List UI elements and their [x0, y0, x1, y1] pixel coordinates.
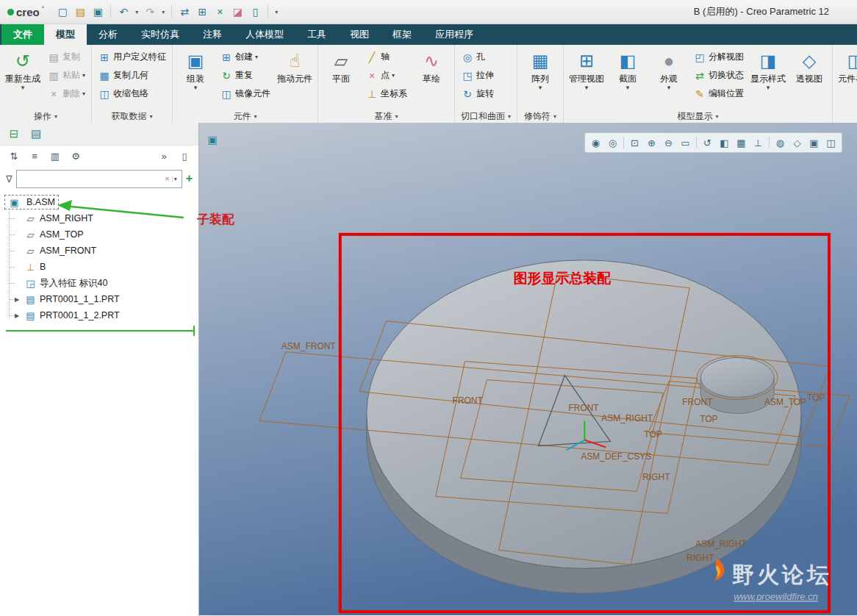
tree-item[interactable]: ◲ 导入特征 标识40 — [0, 275, 198, 291]
zoom-in-button[interactable]: ⊕ — [644, 135, 659, 151]
perspective-toggle-button[interactable]: ◇ — [789, 135, 805, 151]
tab-framework[interactable]: 框架 — [381, 24, 423, 45]
save-button[interactable]: ▣ — [90, 4, 106, 20]
window-button[interactable]: ⊞ — [194, 4, 210, 20]
repeat-button[interactable]: ↻ 重复 — [216, 66, 274, 85]
drag-components-button[interactable]: ☝ 拖动元件 — [274, 46, 315, 109]
repaint-button[interactable]: ↺ — [700, 135, 715, 151]
datum-point-button[interactable]: × 点 ▾ — [362, 66, 411, 85]
sections-button[interactable]: ◧ 截面 ▾ — [607, 46, 648, 109]
operations-group-launcher[interactable]: ▾ — [54, 113, 57, 120]
assemble-dropdown[interactable]: ▾ — [194, 84, 198, 92]
display-style-dropdown[interactable]: ▾ — [767, 84, 770, 92]
exploded-view-button[interactable]: ◰ 分解视图 — [689, 48, 747, 66]
assemble-button[interactable]: ▣ 组装 ▾ — [175, 46, 216, 109]
copy-button[interactable]: ▤ 复制 — [43, 48, 89, 66]
cut-surface-group-launcher[interactable]: ▾ — [508, 113, 511, 120]
tree-list-button[interactable]: ≡ — [26, 148, 43, 164]
filter-funnel-icon[interactable]: ∇ — [6, 173, 12, 185]
tree-item[interactable]: ▱ ASM_TOP — [0, 226, 198, 243]
regenerate-button[interactable]: ↺ 重新生成 ▾ — [2, 46, 43, 109]
search-clear-icon[interactable]: × — [162, 174, 171, 183]
ribbon-group-footer-modifiers[interactable]: 修饰符 ▾ — [517, 110, 563, 123]
display-style-button[interactable]: ◨ 显示样式 ▾ — [747, 46, 789, 109]
tab-tools[interactable]: 工具 — [295, 24, 338, 45]
undo-dropdown[interactable]: ▾ — [133, 9, 140, 15]
model-display-button[interactable]: ▯ — [247, 4, 263, 20]
ribbon-group-footer-operations[interactable]: 操作 ▾ — [0, 110, 91, 123]
tree-item[interactable]: ▱ ASM_RIGHT — [0, 210, 198, 226]
tab-view[interactable]: 视图 — [338, 24, 381, 45]
regenerate-quick-button[interactable]: ⇄ — [176, 4, 193, 20]
tree-item[interactable]: ▶ ▤ PRT0001_1_1.PRT — [0, 291, 198, 307]
tab-analysis[interactable]: 分析 — [87, 24, 129, 45]
get-data-group-launcher[interactable]: ▾ — [150, 113, 153, 120]
tab-manikin[interactable]: 人体模型 — [234, 24, 295, 45]
delete-dropdown[interactable]: ▾ — [82, 90, 85, 97]
ribbon-group-footer-model-intent[interactable]: 模型意图 — [833, 110, 857, 123]
delete-button[interactable]: × 删除 ▾ — [43, 85, 89, 103]
tab-model[interactable]: 模型 — [44, 24, 87, 45]
toggle-status-button[interactable]: ⇄ 切换状态 — [689, 66, 747, 85]
tab-annotate[interactable]: 注释 — [191, 24, 234, 45]
tree-settings-button[interactable]: ⚙ — [68, 148, 84, 164]
datum-display-filters-button[interactable]: ◎ — [605, 135, 620, 151]
extrude-button[interactable]: ◳ 拉伸 — [457, 66, 498, 85]
sections-dropdown[interactable]: ▾ — [626, 84, 630, 92]
saved-orientations-button[interactable]: ▦ — [734, 135, 749, 151]
sketch-button[interactable]: ∿ 草绘 — [411, 46, 452, 109]
datum-csys-button[interactable]: ⊥ 坐标系 — [362, 85, 411, 103]
tab-live-simulation[interactable]: 实时仿真 — [129, 24, 191, 45]
datum-point-dropdown[interactable]: ▾ — [392, 72, 395, 79]
ribbon-group-footer-cut-surface[interactable]: 切口和曲面 ▾ — [455, 110, 517, 123]
pattern-button[interactable]: ▦ 阵列 ▾ — [520, 46, 561, 109]
shrinkwrap-button[interactable]: ◫ 收缩包络 — [94, 85, 170, 103]
open-button[interactable]: ▤ — [72, 4, 88, 20]
search-add-button[interactable]: + — [186, 172, 193, 185]
manage-views-button[interactable]: ⊞ 管理视图 ▾ — [566, 46, 607, 109]
component-group-launcher[interactable]: ▾ — [254, 113, 257, 120]
expand-chevron-icon[interactable]: ▶ — [15, 312, 24, 319]
paste-dropdown[interactable]: ▾ — [82, 72, 85, 79]
show-hide-button[interactable]: ◉ — [588, 135, 603, 151]
erase-display-button[interactable]: ◪ — [229, 4, 245, 20]
ribbon-group-footer-model-display[interactable]: 模型显示 ▾ — [564, 110, 832, 123]
close-window-button[interactable]: × — [212, 4, 228, 20]
refit-button[interactable]: ▭ — [678, 135, 693, 151]
ribbon-group-footer-component[interactable]: 元件 ▾ — [173, 110, 318, 123]
redo-button[interactable]: ↷ — [142, 4, 158, 20]
regenerate-dropdown[interactable]: ▾ — [21, 84, 25, 92]
tree-item[interactable]: ▱ ASM_FRONT — [0, 243, 198, 259]
appearance-gallery-button[interactable]: ◍ — [772, 135, 788, 151]
customize-toolbar-dropdown[interactable]: ▾ — [273, 9, 280, 15]
create-component-button[interactable]: ⊞ 创建 ▾ — [216, 48, 274, 66]
display-style-toggle-button[interactable]: ◧ — [717, 135, 732, 151]
manage-views-dropdown[interactable]: ▾ — [585, 84, 589, 92]
perspective-button[interactable]: ◇ 透视图 — [789, 46, 830, 109]
tree-columns-button[interactable]: ▥ — [47, 148, 63, 164]
tab-applications[interactable]: 应用程序 — [423, 24, 485, 45]
revolve-button[interactable]: ↻ 旋转 — [457, 85, 498, 103]
redo-dropdown[interactable]: ▾ — [159, 9, 167, 15]
hole-button[interactable]: ◎ 孔 — [457, 48, 498, 66]
component-interface-button[interactable]: ◫ 元件界面 — [835, 46, 857, 109]
tree-more-button[interactable]: » — [156, 148, 172, 164]
tree-document-button[interactable]: ▯ — [176, 148, 193, 164]
in-graphics-tree-button[interactable]: ▣ — [205, 132, 220, 147]
edit-position-button[interactable]: ✎ 编辑位置 — [689, 85, 747, 103]
zoom-out-button[interactable]: ⊖ — [661, 135, 676, 151]
tree-sort-button[interactable]: ⇅ — [6, 148, 22, 164]
udf-button[interactable]: ⊞ 用户定义特征 — [94, 48, 170, 66]
modifiers-group-launcher[interactable]: ▾ — [553, 113, 556, 120]
search-dropdown-icon[interactable]: ▾ — [172, 176, 179, 182]
zoom-region-button[interactable]: ⊡ — [627, 135, 642, 151]
new-file-button[interactable]: ▢ — [54, 4, 71, 20]
tree-item[interactable]: ▶ ▤ PRT0001_1_2.PRT — [0, 307, 198, 323]
undo-button[interactable]: ↶ — [115, 4, 132, 20]
graphics-area[interactable]: ASM_FRONT FRONT FRONT ASM_RIGHT TOP FRON… — [199, 123, 857, 616]
datum-plane-button[interactable]: ▱ 平面 — [320, 46, 362, 109]
datum-group-launcher[interactable]: ▾ — [395, 113, 398, 120]
ribbon-group-footer-datum[interactable]: 基准 ▾ — [318, 110, 454, 123]
folder-browser-tab[interactable]: ▤ — [28, 126, 44, 142]
tree-item-root[interactable]: ▣ B.ASM — [0, 194, 198, 210]
